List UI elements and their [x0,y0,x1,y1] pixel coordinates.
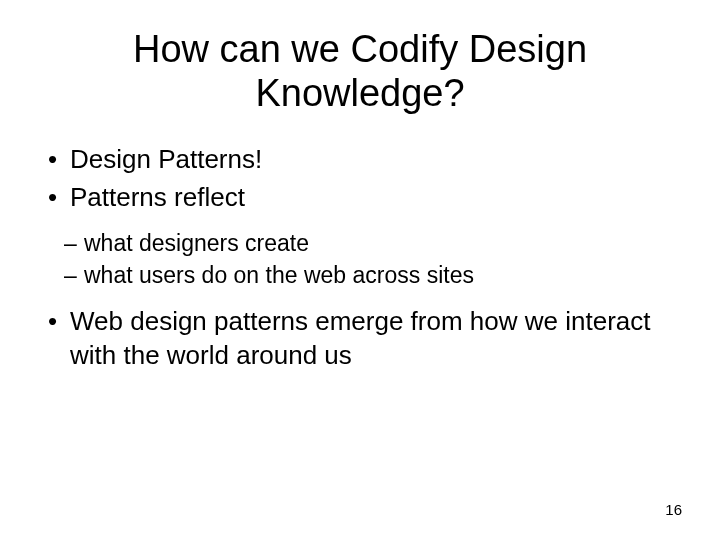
slide-container: How can we Codify Design Knowledge? Desi… [0,0,720,540]
bullet-item: Design Patterns! [42,143,690,177]
sub-bullet-list: what designers create what users do on t… [42,229,690,291]
page-number: 16 [665,501,682,518]
bullet-item: Web design patterns emerge from how we i… [42,305,690,373]
slide-title: How can we Codify Design Knowledge? [30,28,690,115]
main-bullet-list: Design Patterns! Patterns reflect what d… [30,143,690,372]
bullet-item: Patterns reflect [42,181,690,215]
sub-bullet-item: what users do on the web across sites [64,261,690,291]
sub-bullet-item: what designers create [64,229,690,259]
